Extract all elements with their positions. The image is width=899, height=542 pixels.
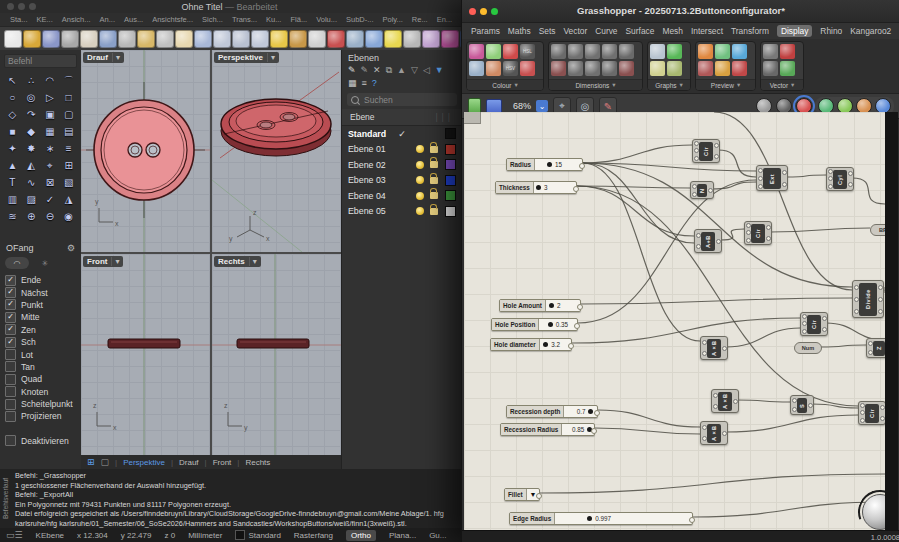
viewport-tab-perspektive[interactable]: Perspektive [123, 458, 165, 467]
move-icon[interactable] [194, 30, 212, 48]
checkbox-mitte[interactable]: ✓ [5, 312, 16, 323]
help-icon[interactable]: ? [372, 79, 377, 88]
chevron-down-icon[interactable]: ▾ [612, 81, 615, 89]
chevron-down-icon[interactable]: ▾ [680, 81, 683, 89]
grasshopper-traffic-lights[interactable] [462, 8, 498, 15]
move-down-icon[interactable]: ▽ [411, 66, 418, 75]
command-input[interactable] [4, 54, 77, 68]
gh-slider-recession-depth[interactable]: Recession depth0.7 [506, 405, 598, 418]
checkbox-knoten[interactable] [5, 386, 16, 397]
sidebar-tool-14[interactable]: ▦ [41, 123, 60, 140]
colour-picture-icon[interactable] [469, 61, 484, 76]
output-port[interactable] [722, 431, 727, 436]
gh-menu-sets[interactable]: Sets [539, 26, 556, 36]
layer-search[interactable] [347, 93, 457, 106]
sidebar-tool-7[interactable]: □ [59, 89, 78, 106]
dimension-arrow-icon[interactable] [602, 61, 617, 76]
input-port[interactable] [860, 410, 865, 415]
osnap-option-nächst[interactable]: ✓Nächst [5, 286, 76, 298]
output-port[interactable] [848, 171, 853, 176]
gh-component-a-b-12[interactable]: A×B [711, 389, 739, 413]
output-port[interactable] [782, 182, 787, 187]
gh-menu-rhino[interactable]: Rhino [820, 26, 842, 36]
viewport-front[interactable]: Front z x [81, 254, 210, 455]
gh-menu-intersect[interactable]: Intersect [691, 26, 723, 36]
viewport-tab-drauf[interactable]: Drauf [179, 458, 199, 467]
input-port[interactable] [828, 176, 833, 181]
zoom-selected-icon[interactable] [270, 30, 288, 48]
status-z-0[interactable]: z 0 [164, 531, 175, 540]
history-lines[interactable]: Befehl: _Grasshopper1 geschlossener Fläc… [11, 469, 461, 528]
gh-component-z-11[interactable]: Z [866, 338, 885, 358]
chevron-down-icon[interactable] [111, 257, 119, 266]
checkbox-projizieren[interactable] [5, 411, 16, 422]
gh-component-s-13[interactable]: S [790, 395, 814, 415]
gh-component-a-b-9[interactable]: A×B [700, 336, 728, 360]
single-view-icon[interactable]: ▢ [101, 457, 110, 467]
sidebar-tool-29[interactable]: ▨ [22, 191, 41, 208]
colour-swatch-icon[interactable] [486, 44, 501, 59]
sidebar-tool-2[interactable]: ◠ [41, 72, 60, 89]
checkbox-deaktivieren[interactable] [5, 435, 16, 446]
slider-track[interactable]: 0.35 [539, 319, 577, 330]
output-port[interactable] [536, 493, 542, 499]
hsv-button[interactable]: HSV [503, 61, 518, 76]
slider-knob[interactable] [587, 516, 592, 521]
output-port[interactable] [574, 323, 580, 329]
input-port[interactable] [758, 168, 763, 173]
viewport-right-label[interactable]: Rechts [214, 256, 261, 267]
checkbox-ende[interactable]: ✓ [5, 275, 16, 286]
open-document-icon[interactable] [23, 30, 41, 48]
slider-track[interactable]: 0.7 [564, 406, 597, 417]
output-port[interactable] [722, 346, 727, 351]
output-port[interactable] [573, 186, 579, 192]
input-port[interactable] [828, 169, 833, 174]
checkbox-scheitelpunkt[interactable] [5, 399, 16, 410]
notes-icon[interactable] [80, 30, 98, 48]
input-port[interactable] [758, 184, 763, 189]
new-document-icon[interactable] [4, 30, 22, 48]
sidebar-tool-33[interactable]: ⊕ [22, 208, 41, 225]
slider-knob[interactable] [548, 322, 553, 327]
symbol-display-icon[interactable] [698, 61, 713, 76]
osnap-option-scheitelpunkt[interactable]: Scheitelpunkt [5, 398, 76, 410]
paste-icon[interactable] [137, 30, 155, 48]
gh-slider-recession-radius[interactable]: Recession Radius0.85 [500, 423, 595, 436]
zoom-dropdown-button[interactable]: ⌄ [536, 100, 548, 112]
output-port[interactable] [716, 239, 721, 244]
input-port[interactable] [746, 223, 751, 228]
rhino-tab-en[interactable]: En... [437, 15, 452, 24]
text-tag-icon[interactable] [551, 44, 566, 59]
layer-visibility-bulb-icon[interactable] [416, 161, 424, 169]
duplicate-layer-icon[interactable]: ⧉ [386, 66, 392, 75]
sidebar-tool-26[interactable]: ⊠ [41, 174, 60, 191]
rotate-view-icon[interactable] [289, 30, 307, 48]
gh-menu-params[interactable]: Params [471, 26, 500, 36]
save-icon[interactable] [42, 30, 60, 48]
collapse-icon[interactable]: ◁ [423, 66, 430, 75]
layer-visibility-bulb-icon[interactable] [416, 207, 424, 215]
move-up-icon[interactable]: ▲ [397, 66, 406, 75]
slider-knob[interactable] [536, 185, 541, 190]
gh-component-cir-5[interactable]: Cir [744, 221, 772, 245]
osnap-option-ende[interactable]: ✓Ende [5, 274, 76, 286]
grid-icon[interactable] [763, 44, 778, 59]
gh-component-ext-2[interactable]: Ext [756, 165, 788, 191]
sidebar-tool-27[interactable]: ▧ [59, 174, 78, 191]
input-port[interactable] [802, 329, 807, 334]
viewport-perspective-canvas[interactable]: z x y [212, 50, 341, 252]
sidebar-tool-15[interactable]: ▤ [59, 123, 78, 140]
layer-visibility-bulb-icon[interactable] [416, 176, 424, 184]
layer-lock-icon[interactable] [430, 177, 438, 184]
canvas-corner-widget[interactable] [464, 112, 481, 124]
layer-lock-icon[interactable] [430, 208, 438, 215]
sidebar-tool-32[interactable]: ≋ [3, 208, 22, 225]
output-port[interactable] [708, 188, 713, 193]
input-port[interactable] [860, 418, 865, 423]
preview-sphere-icon[interactable] [732, 44, 747, 59]
grasshopper-titlebar[interactable]: Grasshopper - 20250713.2Buttonconfigurat… [462, 0, 899, 23]
dimension-angle-icon[interactable] [602, 44, 617, 59]
colour-wheel-icon[interactable] [469, 44, 484, 59]
slider-track[interactable]: 0.85 [562, 424, 594, 435]
color-wheel-icon[interactable] [441, 30, 459, 48]
